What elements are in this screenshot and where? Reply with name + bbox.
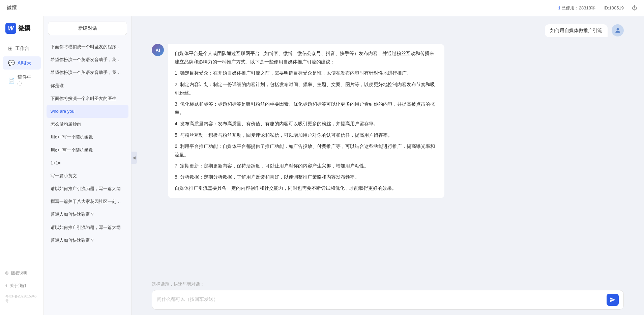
conversation-history-list: 下面你将模拟成一个叫圣友的程序员，我说...希望你扮演一个英语发音助手，我提供给… <box>44 39 131 315</box>
ai-chat-icon: 💬 <box>8 60 15 66</box>
ai-paragraph: 8. 分析数据：定期分析数据，了解用户反馈和喜好，以便调整推广策略和内容发布频率… <box>175 173 438 181</box>
list-item[interactable]: 怎么做狗屎炒肉 <box>47 118 128 131</box>
usage-text: 已使用：28318字 <box>561 5 595 11</box>
list-item[interactable]: 普通人如何快速致富？ <box>47 208 128 221</box>
svg-point-0 <box>617 28 619 30</box>
user-message-bubble: 如何用自媒体做推广引流 <box>545 24 608 37</box>
ai-paragraph: 4. 发布高质量内容：发布高质量、有价值、有趣的内容可以吸引更多的粉丝，并提高用… <box>175 120 438 128</box>
workbench-icon: ⊞ <box>8 45 12 52</box>
ai-paragraph: 自媒体推广引流需要具备一定的内容创作和社交能力，同时也需要不断尝试和优化，才能取… <box>175 184 438 192</box>
list-item[interactable]: 写一篇小黄文 <box>47 169 128 182</box>
left-nav: W 微撰 ⊞ 工作台 💬 AI聊天 📄 稿件中心 © 版权说明 ℹ <box>0 16 44 315</box>
copyright-icon: © <box>5 271 8 276</box>
drafts-icon: 📄 <box>8 77 15 84</box>
user-message-row: 如何用自媒体做推广引流 <box>152 24 624 37</box>
nav-items: ⊞ 工作台 💬 AI聊天 📄 稿件中心 <box>0 42 43 268</box>
sidebar: 新建对话 下面你将模拟成一个叫圣友的程序员，我说...希望你扮演一个英语发音助手… <box>44 16 131 315</box>
workbench-label: 工作台 <box>15 46 29 52</box>
user-avatar <box>612 24 624 36</box>
ai-paragraph: 7. 定期更新：定期更新内容，保持活跃度，可以让用户对你的内容产生兴趣，增加用户… <box>175 162 438 170</box>
topbar-title: 微撰 <box>7 5 17 11</box>
chat-bottom: 选择话题，快速与我对话： <box>131 279 644 315</box>
new-conversation-button[interactable]: 新建对话 <box>48 22 127 35</box>
ai-paragraph: 5. 与粉丝互动：积极与粉丝互动，回复评论和私信，可以增加用户对你的认可和信任，… <box>175 131 438 139</box>
list-item[interactable]: 你是谁 <box>47 79 128 92</box>
about-item[interactable]: ℹ 关于我们 <box>0 280 43 291</box>
ai-paragraph: 1. 确定目标受众：在开始自媒体推广引流之前，需要明确目标受众是谁，以便在发布内… <box>175 69 438 77</box>
nav-footer: © 版权说明 ℹ 关于我们 粤ICP备2022015946号 <box>0 268 43 308</box>
list-item[interactable]: 希望你扮演一个英语发音助手，我提供给你... <box>47 66 128 79</box>
sidebar-item-drafts[interactable]: 📄 稿件中心 <box>3 71 41 90</box>
copyright-label: 版权说明 <box>11 270 27 276</box>
sidebar-item-workbench[interactable]: ⊞ 工作台 <box>3 42 41 55</box>
list-item[interactable]: 用c++写一个随机函数 <box>47 131 128 143</box>
list-item[interactable]: 1+1= <box>47 157 128 169</box>
topbar-usage: ℹ 已使用：28318字 <box>558 5 595 11</box>
list-item[interactable]: 普通人如何快速致富？ <box>47 234 128 247</box>
chat-input[interactable] <box>157 296 604 306</box>
list-item[interactable]: 下面你将扮演一个名叫圣友的医生 <box>47 92 128 105</box>
ai-paragraph: 6. 利用平台推广功能：自媒体平台都提供了推广功能，如广告投放、付费推广等，可以… <box>175 142 438 159</box>
ai-avatar: AI <box>152 44 164 56</box>
list-item[interactable]: 用c++写一个随机函数 <box>47 144 128 157</box>
ai-paragraph: 自媒体平台是个人或团队通过互联网平台（如博客、微博、微信公众号、抖音、快手等）发… <box>175 49 438 66</box>
logo-area: W 微撰 <box>0 23 43 42</box>
list-item[interactable]: 请以如何推广引流为题，写一篇大纲 <box>47 182 128 195</box>
input-box <box>152 290 624 310</box>
about-label: 关于我们 <box>10 283 26 289</box>
beian-text: 粤ICP备2022015946号 <box>0 293 43 305</box>
chat-messages: 如何用自媒体做推广引流 AI 自媒体平台是个人或团队通过互联网平台（如博客、微博… <box>131 16 644 279</box>
list-item[interactable]: 下面你将模拟成一个叫圣友的程序员，我说... <box>47 41 128 53</box>
list-item[interactable]: 希望你扮演一个英语发音助手，我提供给你... <box>47 53 128 66</box>
sidebar-collapse-button[interactable]: ◀ <box>131 152 137 164</box>
list-item[interactable]: who are you <box>47 105 128 118</box>
chat-area: 如何用自媒体做推广引流 AI 自媒体平台是个人或团队通过互联网平台（如博客、微博… <box>131 16 644 315</box>
ai-paragraph: 3. 优化标题和标签：标题和标签是吸引粉丝的重要因素。优化标题和标签可以让更多的… <box>175 100 438 117</box>
topbar-right: ℹ 已使用：28318字 ID:100519 ⏻ <box>558 5 637 11</box>
drafts-label: 稿件中心 <box>18 74 35 86</box>
copyright-item[interactable]: © 版权说明 <box>0 268 43 279</box>
send-button[interactable] <box>607 294 619 306</box>
sidebar-item-ai-chat[interactable]: 💬 AI聊天 <box>3 56 41 70</box>
ai-message-content: 自媒体平台是个人或团队通过互联网平台（如博客、微博、微信公众号、抖音、快手等）发… <box>168 44 444 198</box>
topbar: 微撰 ℹ 已使用：28318字 ID:100519 ⏻ <box>0 0 644 16</box>
ai-message-row: AI 自媒体平台是个人或团队通过互联网平台（如博客、微博、微信公众号、抖音、快手… <box>152 44 624 198</box>
about-icon: ℹ <box>5 284 7 288</box>
topbar-id: ID:100519 <box>604 5 624 10</box>
logo-w-icon: W <box>5 23 16 34</box>
list-item[interactable]: 请以如何推广引流为题，写一篇大纲 <box>47 221 128 234</box>
list-item[interactable]: 撰写一篇关于八大家花园社区一刻钟便民生... <box>47 195 128 208</box>
quick-topics-label: 选择话题，快速与我对话： <box>152 281 624 287</box>
ai-paragraph: 2. 制定内容计划：制定一份详细的内容计划，包括发布时间、频率、主题、文案、图片… <box>175 80 438 97</box>
brand-name: 微撰 <box>18 24 30 32</box>
info-icon: ℹ <box>558 5 560 10</box>
ai-chat-label: AI聊天 <box>18 60 31 66</box>
main-layout: W 微撰 ⊞ 工作台 💬 AI聊天 📄 稿件中心 © 版权说明 ℹ <box>0 16 644 315</box>
power-icon[interactable]: ⏻ <box>632 5 637 11</box>
